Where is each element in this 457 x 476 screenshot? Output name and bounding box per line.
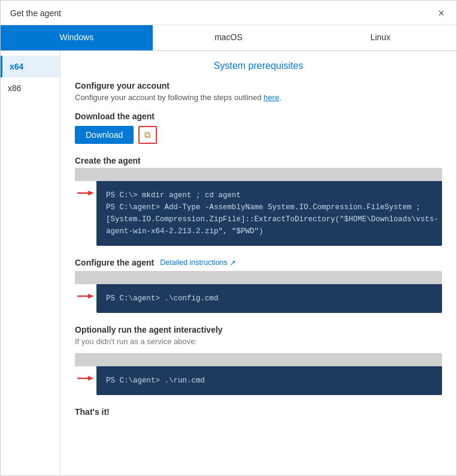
configure-account-link[interactable]: here bbox=[264, 93, 279, 102]
arrow-right-icon-3 bbox=[77, 373, 94, 383]
configure-agent-code-block: PS C:\agent> .\config.cmd bbox=[75, 271, 442, 313]
arrow-right-icon bbox=[77, 188, 94, 198]
sidebar: x64 x86 bbox=[1, 51, 60, 475]
code-block-header-run bbox=[75, 353, 442, 366]
configure-agent-heading: Configure the agent bbox=[75, 258, 154, 267]
run-arrow-row: PS C:\agent> .\run.cmd bbox=[75, 366, 442, 395]
content-area: System prerequisites Configure your acco… bbox=[60, 51, 456, 475]
svg-marker-5 bbox=[88, 376, 94, 381]
tab-macos[interactable]: macOS bbox=[153, 25, 305, 50]
code-block-header-create bbox=[75, 168, 442, 181]
create-agent-heading: Create the agent bbox=[75, 156, 442, 165]
main-content: x64 x86 System prerequisites Configure y… bbox=[1, 51, 456, 475]
dialog-title: Get the agent bbox=[10, 8, 61, 18]
configure-agent-code: PS C:\agent> .\config.cmd bbox=[96, 284, 442, 313]
copy-icon: ⧉ bbox=[144, 129, 151, 140]
code-block-header-configure bbox=[75, 271, 442, 284]
tab-linux[interactable]: Linux bbox=[304, 25, 456, 50]
tab-windows[interactable]: Windows bbox=[1, 25, 153, 50]
dialog: Get the agent × Windows macOS Linux x64 … bbox=[0, 0, 457, 476]
title-bar: Get the agent × bbox=[1, 1, 456, 25]
create-arrow-row: PS C:\> mkdir agent ; cd agent PS C:\age… bbox=[75, 181, 442, 246]
svg-marker-3 bbox=[88, 294, 94, 299]
sidebar-item-x86[interactable]: x86 bbox=[1, 77, 60, 99]
close-button[interactable]: × bbox=[435, 7, 447, 20]
thats-it: That's it! bbox=[75, 407, 442, 417]
tab-bar: Windows macOS Linux bbox=[1, 25, 456, 51]
section-title: System prerequisites bbox=[75, 61, 442, 71]
download-row: Download ⧉ bbox=[75, 126, 442, 144]
create-agent-code-block: PS C:\> mkdir agent ; cd agent PS C:\age… bbox=[75, 168, 442, 246]
optional-text: If you didn't run as a service above: bbox=[75, 337, 442, 346]
download-button[interactable]: Download bbox=[75, 126, 134, 144]
run-agent-code-block: PS C:\agent> .\run.cmd bbox=[75, 353, 442, 395]
svg-marker-1 bbox=[88, 191, 94, 195]
sidebar-item-x64[interactable]: x64 bbox=[1, 56, 60, 77]
configure-agent-heading-row: Configure the agent Detailed instruction… bbox=[75, 258, 442, 267]
run-agent-code: PS C:\agent> .\run.cmd bbox=[96, 366, 442, 395]
configure-account-heading: Configure your account bbox=[75, 81, 442, 91]
run-arrow-indicator bbox=[75, 366, 96, 383]
create-arrow-indicator bbox=[75, 181, 96, 198]
configure-arrow-indicator bbox=[75, 284, 96, 301]
external-link-icon: ↗ bbox=[229, 258, 236, 267]
create-agent-code: PS C:\> mkdir agent ; cd agent PS C:\age… bbox=[96, 181, 442, 246]
download-agent-heading: Download the agent bbox=[75, 112, 442, 121]
arrow-right-icon-2 bbox=[77, 291, 94, 301]
configure-arrow-row: PS C:\agent> .\config.cmd bbox=[75, 284, 442, 313]
detailed-instructions-link[interactable]: Detailed instructions ↗ bbox=[160, 258, 236, 267]
optional-heading: Optionally run the agent interactively bbox=[75, 325, 442, 335]
configure-account-text: Configure your account by following the … bbox=[75, 93, 442, 102]
copy-button[interactable]: ⧉ bbox=[138, 126, 157, 144]
download-section: Download the agent Download ⧉ bbox=[75, 112, 442, 144]
